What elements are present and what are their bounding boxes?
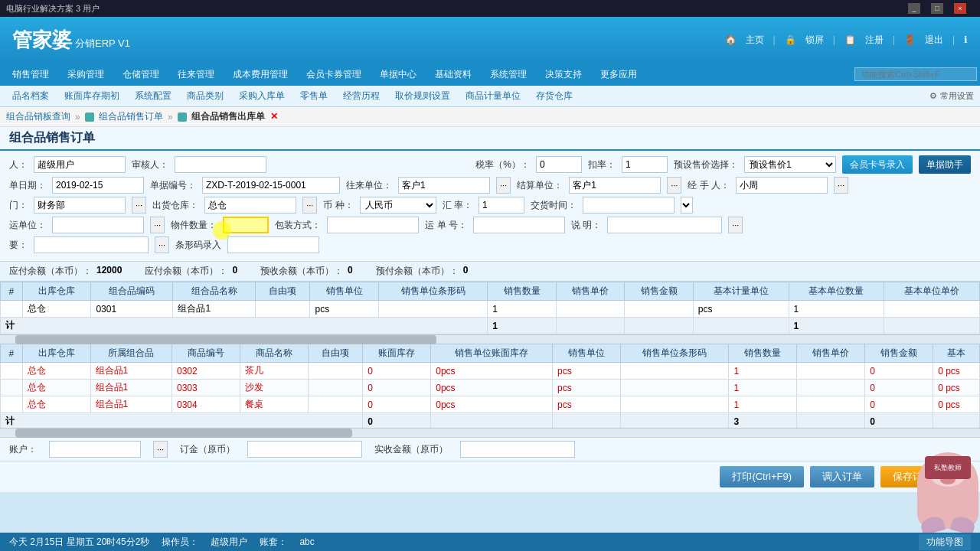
- shipping-unit-ellipsis[interactable]: ···: [150, 217, 165, 233]
- handler-input[interactable]: [736, 177, 828, 194]
- info-icon[interactable]: ℹ: [964, 34, 968, 45]
- tax-input[interactable]: [536, 156, 582, 173]
- rate-input[interactable]: [479, 197, 524, 214]
- subnav-stock[interactable]: 存货仓库: [530, 88, 579, 104]
- close-button[interactable]: ×: [954, 3, 966, 14]
- lock-label[interactable]: 锁屏: [805, 34, 824, 47]
- table-row[interactable]: 总仓 组合品1 0304 餐桌 0 0pcs pcs 1 0 0 pcs: [1, 396, 980, 413]
- exit-icon[interactable]: 🚪: [904, 34, 916, 45]
- subnav-retail[interactable]: 零售单: [294, 88, 334, 104]
- subnav-pricing[interactable]: 取价规则设置: [389, 88, 456, 104]
- handler-ellipsis[interactable]: ···: [834, 177, 848, 194]
- nav-search-input[interactable]: [854, 67, 977, 81]
- btd-stock: 0: [363, 363, 431, 380]
- nav-system[interactable]: 系统管理: [481, 65, 536, 84]
- req-ellipsis[interactable]: ···: [155, 236, 169, 253]
- bc-icon1: [85, 112, 94, 122]
- pack-input[interactable]: [327, 217, 419, 233]
- nav-decision[interactable]: 决策支持: [536, 65, 591, 84]
- order-input[interactable]: [247, 441, 362, 458]
- exchange-input[interactable]: [583, 197, 675, 214]
- home-icon[interactable]: 🏠: [725, 34, 737, 45]
- window-controls[interactable]: _ □ ×: [908, 3, 974, 14]
- settle-ellipsis[interactable]: ···: [667, 177, 681, 194]
- form-area: 人： 审核人： 税率（%）： 扣率： 预设售价选择： 预设售价1 会员卡号录入 …: [0, 151, 980, 261]
- btd-code: 0302: [172, 363, 240, 380]
- nav-member[interactable]: 会员卡券管理: [297, 65, 371, 84]
- bc-outbound[interactable]: 组合品销售出库单 ✕: [178, 110, 279, 123]
- scrollbar-thumb[interactable]: [15, 335, 436, 344]
- nav-bills[interactable]: 单据中心: [371, 65, 426, 84]
- person-input[interactable]: [34, 156, 126, 173]
- warehouse-ellipsis[interactable]: ···: [302, 197, 317, 214]
- nav-transactions[interactable]: 往来管理: [168, 65, 224, 84]
- date-input[interactable]: [52, 177, 144, 194]
- nav-purchase[interactable]: 采购管理: [58, 65, 113, 84]
- td-num: [1, 301, 23, 318]
- exit-label[interactable]: 退出: [925, 34, 943, 47]
- bc-sales-order[interactable]: 组合品销售订单: [85, 110, 163, 123]
- table-row[interactable]: 总仓 组合品1 0303 沙发 0 0pcs pcs 1 0 0 pcs: [1, 380, 980, 396]
- bc-query[interactable]: 组合品销板查询: [6, 110, 70, 123]
- subnav-account[interactable]: 账面库存期初: [58, 88, 126, 104]
- common-settings[interactable]: ⚙ 常用设置: [929, 90, 974, 102]
- subnav-config[interactable]: 系统配置: [129, 88, 178, 104]
- dest-input[interactable]: [398, 177, 490, 194]
- maximize-button[interactable]: □: [931, 3, 943, 14]
- shipping-no-input[interactable]: [473, 217, 565, 233]
- nav-bar: 销售管理 采购管理 仓储管理 往来管理 成本费用管理 会员卡券管理 单据中心 基…: [0, 63, 980, 86]
- table-row[interactable]: 总仓 组合品1 0302 茶几 0 0pcs pcs 1 0 0 pcs: [1, 363, 980, 380]
- subnav-unit[interactable]: 商品计量单位: [459, 88, 527, 104]
- account-input[interactable]: [49, 441, 141, 458]
- register-icon[interactable]: 📋: [844, 34, 856, 45]
- subnav-purchase[interactable]: 采购入库单: [233, 88, 291, 104]
- nav-sales[interactable]: 销售管理: [3, 65, 58, 84]
- minimize-button[interactable]: _: [908, 3, 920, 14]
- table-row[interactable]: 总仓 0301 组合品1 pcs 1 pcs 1: [1, 301, 980, 318]
- note-ellipsis[interactable]: ···: [728, 217, 743, 233]
- import-button[interactable]: 调入订单: [810, 466, 874, 487]
- note-input[interactable]: [607, 217, 722, 233]
- bc-sep2: »: [168, 112, 173, 122]
- settle-input[interactable]: [569, 177, 661, 194]
- subnav-products[interactable]: 品名档案: [6, 88, 55, 104]
- reviewer-input[interactable]: [175, 156, 266, 173]
- dest-ellipsis[interactable]: ···: [496, 177, 511, 194]
- warehouse-input[interactable]: [204, 197, 296, 214]
- currency-select[interactable]: 人民币: [360, 197, 436, 214]
- shipping-unit-input[interactable]: [52, 217, 144, 233]
- bc-close-icon[interactable]: ✕: [270, 111, 278, 122]
- lock-icon[interactable]: 🔒: [785, 34, 796, 45]
- nav-basic[interactable]: 基础资料: [426, 65, 481, 84]
- bill-input[interactable]: [202, 177, 340, 194]
- barcode-input[interactable]: [227, 236, 319, 253]
- bc-sep1: »: [75, 112, 80, 122]
- top-scrollbar[interactable]: [0, 334, 980, 344]
- dept-input[interactable]: [34, 197, 126, 214]
- req-input[interactable]: [34, 236, 149, 253]
- parts-input[interactable]: [223, 217, 269, 233]
- help-button[interactable]: 单据助手: [919, 155, 971, 174]
- bottom-scrollbar-thumb[interactable]: [15, 429, 352, 438]
- nav-cost[interactable]: 成本费用管理: [224, 65, 297, 84]
- received-input[interactable]: [460, 441, 575, 458]
- td-sales-barcode: [378, 301, 487, 318]
- shipping-no-label: 运 单 号：: [425, 219, 467, 232]
- account-ellipsis[interactable]: ···: [153, 441, 168, 458]
- print-button[interactable]: 打印(Ctrl+F9): [720, 466, 804, 487]
- feature-map-button[interactable]: 功能导图: [919, 534, 971, 550]
- discount-input[interactable]: [622, 156, 668, 173]
- nav-more[interactable]: 更多应用: [591, 65, 646, 84]
- exchange-select[interactable]: [681, 197, 693, 214]
- home-label[interactable]: 主页: [746, 34, 764, 47]
- subnav-history[interactable]: 经营历程: [337, 88, 386, 104]
- member-card-button[interactable]: 会员卡号录入: [842, 155, 913, 174]
- subnav-category[interactable]: 商品类别: [181, 88, 230, 104]
- nav-warehouse[interactable]: 仓储管理: [113, 65, 168, 84]
- bottom-scrollbar[interactable]: [0, 428, 980, 437]
- price-select[interactable]: 预设售价1: [744, 156, 836, 173]
- bill-label: 单据编号：: [150, 179, 196, 192]
- dept-ellipsis[interactable]: ···: [132, 197, 146, 214]
- bth-code: 商品编号: [172, 344, 240, 363]
- register-label[interactable]: 注册: [865, 34, 884, 47]
